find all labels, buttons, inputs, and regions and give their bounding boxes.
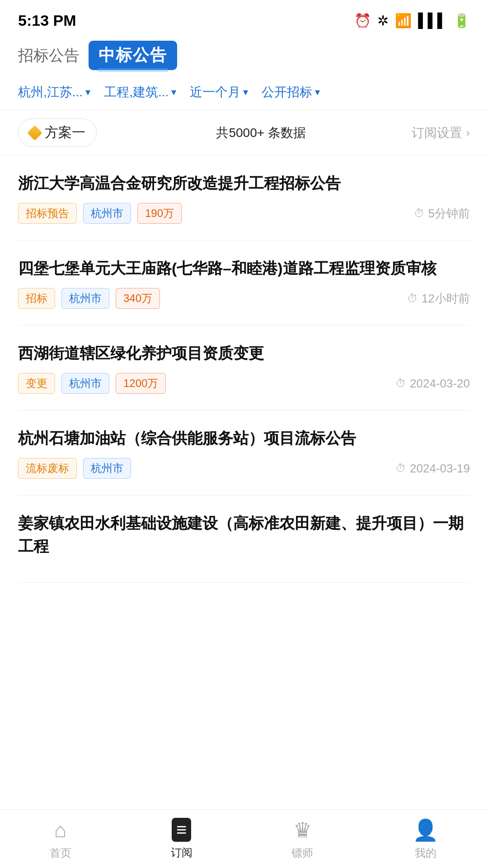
- arrow-right-icon: ›: [466, 126, 470, 140]
- filter-type-label: 公开招标: [262, 84, 312, 101]
- item-time: 5分钟前: [428, 206, 470, 222]
- count-prefix: 共: [216, 126, 229, 140]
- status-icons: ⏰ ✲ 📶 ▌▌▌ 🔋: [354, 13, 470, 28]
- tag-location: 杭州市: [83, 458, 131, 479]
- diamond-icon: [27, 125, 42, 141]
- filter-type[interactable]: 公开招标 ▾: [262, 84, 320, 101]
- filter-time[interactable]: 近一个月 ▾: [190, 84, 248, 101]
- home-icon: ⌂: [54, 818, 67, 842]
- scheme-pill[interactable]: 方案一: [18, 118, 97, 147]
- nav-home[interactable]: ⌂ 首页: [50, 818, 71, 860]
- tab-bidding-announcement[interactable]: 招标公告: [18, 45, 80, 66]
- chevron-down-icon: ▾: [315, 86, 320, 98]
- clock-icon: ⏱: [414, 207, 425, 220]
- tag-location: 杭州市: [83, 203, 131, 224]
- subscribe-icon: ≡: [172, 818, 191, 842]
- nav-mine-label: 我的: [415, 846, 436, 860]
- tag-type: 变更: [18, 373, 55, 394]
- filter-category[interactable]: 工程,建筑... ▾: [104, 84, 176, 101]
- nav-subscribe[interactable]: ≡ 订阅: [171, 818, 192, 860]
- item-time: 12小时前: [422, 291, 470, 307]
- count-value: 5000+: [229, 126, 264, 140]
- tag-type: 流标废标: [18, 458, 77, 479]
- item-title: 杭州石塘加油站（综合供能服务站）项目流标公告: [18, 427, 470, 450]
- filter-location[interactable]: 杭州,江苏... ▾: [18, 84, 90, 101]
- tag-amount: 1200万: [116, 373, 166, 394]
- item-meta: 变更 杭州市 1200万 ⏱ 2024-03-20: [18, 373, 470, 394]
- tag-amount: 190万: [137, 203, 182, 224]
- time-info: ⏱ 5分钟前: [414, 206, 470, 222]
- wifi-icon: 📶: [395, 13, 412, 28]
- scheme-label: 方案一: [45, 123, 85, 142]
- status-bar: 5:13 PM ⏰ ✲ 📶 ▌▌▌ 🔋: [0, 0, 488, 36]
- clock-icon: ⏱: [395, 462, 406, 475]
- chevron-down-icon: ▾: [85, 86, 90, 98]
- list-item[interactable]: 姜家镇农田水利基础设施建设（高标准农田新建、提升项目）一期工程: [18, 495, 470, 583]
- list-container: 浙江大学高温合金研究所改造提升工程招标公告 招标预告 杭州市 190万 ⏱ 5分…: [0, 156, 488, 646]
- scheme-count: 共5000+ 条数据: [110, 124, 412, 142]
- item-meta: 招标 杭州市 340万 ⏱ 12小时前: [18, 288, 470, 309]
- clock-icon: ⏱: [407, 292, 418, 305]
- nav-mine[interactable]: 👤 我的: [413, 818, 438, 860]
- bottom-nav: ⌂ 首页 ≡ 订阅 ♛ 镖师 👤 我的: [0, 809, 488, 868]
- clock-icon: ⏱: [395, 377, 406, 390]
- subscribe-label: 订阅设置: [412, 124, 462, 142]
- nav-home-label: 首页: [50, 846, 71, 860]
- list-item[interactable]: 杭州石塘加油站（综合供能服务站）项目流标公告 流标废标 杭州市 ⏱ 2024-0…: [18, 410, 470, 495]
- item-time: 2024-03-19: [410, 462, 470, 476]
- nav-mirror-label: 镖师: [291, 846, 313, 860]
- item-title: 四堡七堡单元大王庙路(七华路–和睦港)道路工程监理资质审核: [18, 257, 470, 280]
- alarm-icon: ⏰: [354, 13, 371, 28]
- person-icon: 👤: [413, 818, 438, 842]
- count-suffix: 条数据: [264, 126, 306, 140]
- filter-category-label: 工程,建筑...: [104, 84, 169, 101]
- tag-type: 招标: [18, 288, 55, 309]
- item-meta: 流标废标 杭州市 ⏱ 2024-03-19: [18, 458, 470, 479]
- list-item[interactable]: 浙江大学高温合金研究所改造提升工程招标公告 招标预告 杭州市 190万 ⏱ 5分…: [18, 156, 470, 241]
- item-title: 西湖街道辖区绿化养护项目资质变更: [18, 342, 470, 365]
- time-info: ⏱ 2024-03-20: [395, 377, 470, 391]
- status-time: 5:13 PM: [18, 12, 76, 29]
- tag-location: 杭州市: [61, 373, 109, 394]
- bluetooth-icon: ✲: [377, 13, 389, 28]
- scheme-bar: 方案一 共5000+ 条数据 订阅设置 ›: [0, 110, 488, 156]
- nav-mirror[interactable]: ♛ 镖师: [291, 818, 313, 860]
- crown-icon: ♛: [293, 818, 312, 842]
- filter-time-label: 近一个月: [190, 84, 240, 101]
- list-item[interactable]: 四堡七堡单元大王庙路(七华路–和睦港)道路工程监理资质审核 招标 杭州市 340…: [18, 241, 470, 326]
- signal-icon: ▌▌▌: [418, 13, 447, 28]
- tag-amount: 340万: [116, 288, 160, 309]
- subscribe-settings[interactable]: 订阅设置 ›: [412, 124, 470, 142]
- filter-location-label: 杭州,江苏...: [18, 84, 83, 101]
- tag-location: 杭州市: [61, 288, 109, 309]
- nav-subscribe-label: 订阅: [171, 845, 192, 860]
- tab-winning-announcement[interactable]: 中标公告: [89, 41, 177, 70]
- chevron-down-icon: ▾: [243, 86, 248, 98]
- chevron-down-icon: ▾: [171, 86, 176, 98]
- header-tabs: 招标公告 中标公告: [0, 36, 488, 79]
- item-title: 姜家镇农田水利基础设施建设（高标准农田新建、提升项目）一期工程: [18, 512, 470, 558]
- time-info: ⏱ 12小时前: [407, 291, 470, 307]
- item-title: 浙江大学高温合金研究所改造提升工程招标公告: [18, 172, 470, 195]
- tag-type: 招标预告: [18, 203, 77, 224]
- filter-row: 杭州,江苏... ▾ 工程,建筑... ▾ 近一个月 ▾ 公开招标 ▾: [0, 79, 488, 110]
- battery-icon: 🔋: [453, 13, 470, 28]
- item-meta: 招标预告 杭州市 190万 ⏱ 5分钟前: [18, 203, 470, 224]
- item-time: 2024-03-20: [410, 377, 470, 391]
- time-info: ⏱ 2024-03-19: [395, 462, 470, 476]
- list-item[interactable]: 西湖街道辖区绿化养护项目资质变更 变更 杭州市 1200万 ⏱ 2024-03-…: [18, 326, 470, 410]
